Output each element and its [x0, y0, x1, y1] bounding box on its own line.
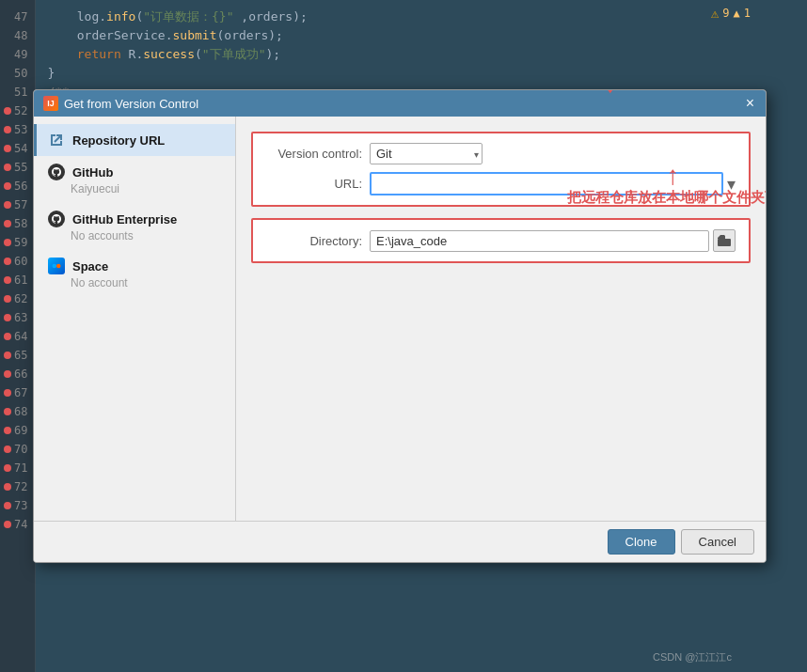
- sidebar-item-space[interactable]: Space No account: [34, 250, 235, 297]
- csdn-label: CSDN @江江江c: [653, 650, 732, 664]
- sidebar-github-enterprise-sub: No accounts: [71, 229, 224, 242]
- intellij-icon: IJ: [43, 96, 58, 111]
- sidebar-item-github-enterprise[interactable]: GitHub Enterprise No accounts: [34, 203, 235, 250]
- space-icon: [48, 258, 65, 274]
- svg-rect-2: [718, 239, 731, 246]
- sidebar: Repository URL GitHub Kaiyuecui: [34, 117, 236, 521]
- directory-input[interactable]: E:\java_code: [370, 230, 709, 252]
- version-control-row: Version control: Git Subversion Mercuria…: [266, 143, 736, 164]
- directory-section: Directory: E:\java_code: [251, 218, 751, 263]
- directory-row: Directory: E:\java_code: [266, 229, 736, 252]
- github-enterprise-icon: [48, 211, 65, 227]
- github-icon: [48, 164, 65, 180]
- sidebar-item-label-github-enterprise: GitHub Enterprise: [72, 212, 177, 227]
- warning-count: 9: [722, 7, 729, 20]
- dialog-titlebar: IJ Get from Version Control ×: [34, 90, 766, 117]
- version-control-select[interactable]: Git Subversion Mercurial: [370, 143, 483, 164]
- dialog-body: Repository URL GitHub Kaiyuecui: [34, 117, 766, 521]
- browse-button[interactable]: [713, 229, 736, 252]
- sidebar-item-label-github: GitHub: [72, 165, 113, 180]
- close-button[interactable]: ×: [744, 96, 756, 111]
- warning-icon: ⚠: [711, 6, 719, 21]
- get-from-vcs-dialog: IJ Get from Version Control × Repository…: [33, 89, 767, 563]
- sidebar-item-repository-url[interactable]: Repository URL: [34, 124, 235, 156]
- sidebar-item-label-space: Space: [72, 259, 108, 273]
- svg-point-0: [53, 264, 57, 269]
- url-dropdown-arrow[interactable]: ▾: [727, 174, 736, 195]
- csdn-watermark: CSDN @江江江c: [653, 650, 732, 664]
- clone-button[interactable]: Clone: [608, 529, 675, 555]
- cancel-button[interactable]: Cancel: [681, 529, 754, 555]
- form-container: Version control: Git Subversion Mercuria…: [251, 132, 751, 263]
- url-input-wrapper: ▾: [370, 172, 736, 195]
- directory-label: Directory:: [266, 234, 370, 248]
- url-row: URL: ▾: [266, 172, 736, 195]
- version-control-label: Version control:: [266, 147, 370, 161]
- version-control-select-wrapper: Git Subversion Mercurial ▾: [370, 143, 483, 164]
- warning-area: ⚠ 9 ▲ 1: [711, 6, 751, 21]
- vcs-url-section: Version control: Git Subversion Mercuria…: [251, 132, 751, 207]
- sidebar-space-sub: No account: [71, 276, 224, 289]
- warning-extra: ▲: [734, 7, 740, 20]
- dialog-title: Get from Version Control: [64, 97, 198, 111]
- line-numbers: 47 48 49 50 51 52 53 54 55 56 57 58 59 6…: [0, 0, 36, 672]
- sidebar-item-github[interactable]: GitHub Kaiyuecui: [34, 156, 235, 203]
- url-label: URL:: [266, 177, 370, 191]
- dialog-title-left: IJ Get from Version Control: [43, 96, 198, 111]
- dialog-footer: Clone Cancel: [34, 521, 766, 562]
- version-control-wrapper: Git Subversion Mercurial ▾: [370, 143, 736, 164]
- directory-wrapper: E:\java_code: [370, 229, 736, 252]
- sidebar-item-label-repo: Repository URL: [72, 133, 165, 148]
- main-content: 远程仓库地址 ↓ Version control: Git Subversion: [236, 117, 766, 521]
- sidebar-github-sub: Kaiyuecui: [71, 182, 224, 195]
- repo-icon: [48, 132, 65, 148]
- url-input[interactable]: [370, 172, 723, 195]
- svg-point-1: [56, 264, 61, 269]
